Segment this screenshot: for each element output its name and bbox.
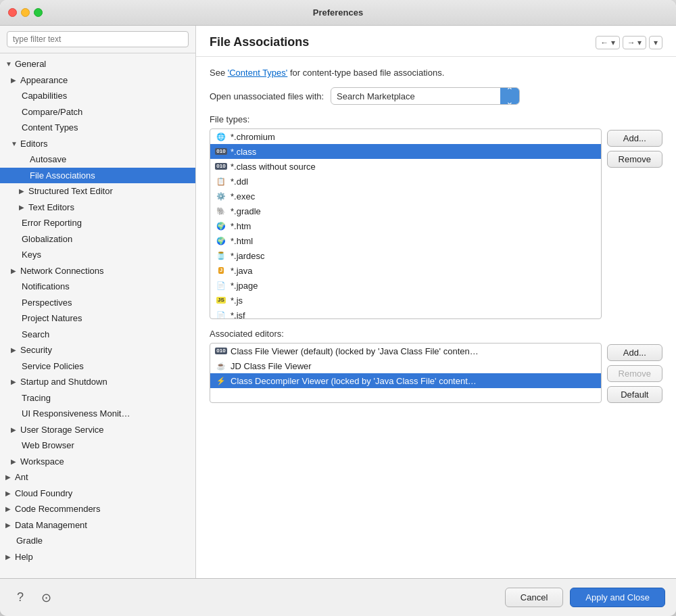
jd-icon: ☕: [216, 362, 226, 371]
add-file-type-button[interactable]: Add...: [607, 130, 662, 147]
sidebar-item-capabilities[interactable]: Capabilities: [0, 88, 195, 104]
remove-editor-button[interactable]: Remove: [607, 365, 662, 382]
default-editor-button[interactable]: Default: [607, 386, 662, 403]
add-editor-button[interactable]: Add...: [607, 344, 662, 361]
sidebar-item-workspace[interactable]: ▶Workspace: [0, 454, 195, 470]
sidebar-item-help[interactable]: ▶Help: [0, 549, 195, 565]
titlebar: Preferences: [0, 0, 676, 26]
sidebar-item-label-perspectives: Perspectives: [22, 296, 72, 310]
sidebar-item-label-capabilities: Capabilities: [22, 89, 67, 103]
file-type-row-jpage[interactable]: 📄*.jpage: [210, 278, 601, 293]
sidebar-item-general[interactable]: ▼General: [0, 56, 195, 72]
file-type-row-jsf[interactable]: 📄*.jsf: [210, 308, 601, 318]
preferences-window: Preferences ▼General▶AppearanceCapabilit…: [0, 0, 676, 616]
file-types-list-panel: 🌐*.chromium010*.class010*.class without …: [210, 128, 602, 319]
sidebar-item-text-editors[interactable]: ▶Text Editors: [0, 199, 195, 216]
sidebar-item-compare-patch[interactable]: Compare/Patch: [0, 104, 195, 120]
remove-file-type-button[interactable]: Remove: [607, 151, 662, 168]
marketplace-dropdown[interactable]: Search Marketplace ⌃⌄: [331, 87, 520, 105]
file-type-label-jsf: *.jsf: [231, 310, 245, 319]
binary-icon: 010: [215, 348, 226, 354]
js-icon: JS: [216, 297, 226, 304]
tree-arrow-code-recommenders: ▶: [5, 504, 12, 514]
editor-row-class-file-viewer[interactable]: 010Class File Viewer (default) (locked b…: [210, 343, 601, 358]
sidebar-item-security[interactable]: ▶Security: [0, 342, 195, 358]
sidebar-item-user-storage[interactable]: ▶User Storage Service: [0, 422, 195, 438]
sidebar-item-ant[interactable]: ▶Ant: [0, 469, 195, 485]
file-type-row-js[interactable]: JS*.js: [210, 293, 601, 308]
window-title: Preferences: [313, 7, 363, 18]
minimize-button[interactable]: [21, 8, 30, 17]
cancel-button[interactable]: Cancel: [505, 588, 563, 607]
sidebar-item-label-content-types: Content Types: [22, 121, 78, 135]
file-type-row-chromium[interactable]: 🌐*.chromium: [210, 129, 601, 144]
sidebar-item-label-gradle: Gradle: [16, 534, 43, 548]
file-type-row-html[interactable]: 🌍*.html: [210, 233, 601, 248]
sidebar-item-gradle[interactable]: Gradle: [0, 533, 195, 549]
desc-prefix: See: [210, 68, 228, 78]
sidebar-item-appearance[interactable]: ▶Appearance: [0, 72, 195, 89]
sidebar-item-label-structured-text-editor: Structured Text Editor: [28, 185, 113, 198]
sidebar-item-globalization[interactable]: Globalization: [0, 231, 195, 247]
sidebar-item-service-policies[interactable]: Service Policies: [0, 358, 195, 375]
file-type-row-gradle[interactable]: 🐘*.gradle: [210, 204, 601, 218]
sidebar-item-editors[interactable]: ▼Editors: [0, 136, 195, 152]
sidebar-item-data-management[interactable]: ▶Data Management: [0, 517, 195, 534]
restore-defaults-button[interactable]: ⊙: [37, 588, 55, 607]
main-content-area: ▼General▶AppearanceCapabilitiesCompare/P…: [0, 26, 676, 578]
tree-arrow-editors: ▼: [11, 139, 18, 149]
content-types-link[interactable]: 'Content Types': [228, 68, 288, 78]
sidebar-item-error-reporting[interactable]: Error Reporting: [0, 215, 195, 231]
sidebar-item-search[interactable]: Search: [0, 327, 195, 343]
sidebar-item-autosave[interactable]: Autosave: [0, 151, 195, 168]
tree-arrow-startup-shutdown: ▶: [11, 377, 18, 387]
sidebar-item-content-types[interactable]: Content Types: [0, 120, 195, 136]
file-type-label-chromium: *.chromium: [231, 132, 275, 142]
file-type-row-exec[interactable]: ⚙️*.exec: [210, 189, 601, 204]
dropdown-arrow[interactable]: ⌃⌄: [500, 88, 519, 104]
editors-list-panel: 010Class File Viewer (default) (locked b…: [210, 343, 602, 403]
editor-label-jd-class-viewer: JD Class File Viewer: [231, 361, 312, 371]
apply-close-button[interactable]: Apply and Close: [570, 588, 665, 607]
editor-row-jd-class-viewer[interactable]: ☕JD Class File Viewer: [210, 358, 601, 373]
menu-button[interactable]: ▾: [649, 36, 662, 49]
sidebar-item-label-autosave: Autosave: [30, 153, 66, 166]
sidebar-item-ui-responsiveness[interactable]: UI Responsiveness Monit…: [0, 406, 195, 422]
sidebar-item-network-connections[interactable]: ▶Network Connections: [0, 263, 195, 279]
sidebar-item-structured-text-editor[interactable]: ▶Structured Text Editor: [0, 183, 195, 199]
sidebar-item-tracing[interactable]: Tracing: [0, 390, 195, 406]
sidebar-item-project-natures[interactable]: Project Natures: [0, 310, 195, 327]
maximize-button[interactable]: [34, 8, 43, 17]
tree-arrow-user-storage: ▶: [11, 425, 18, 435]
file-type-row-java[interactable]: J*.java: [210, 263, 601, 278]
sidebar-item-label-keys: Keys: [22, 248, 41, 262]
sidebar-item-perspectives[interactable]: Perspectives: [0, 295, 195, 311]
file-type-row-class[interactable]: 010*.class: [210, 144, 601, 159]
sidebar-item-keys[interactable]: Keys: [0, 247, 195, 263]
forward-button[interactable]: → ▾: [623, 36, 646, 49]
back-button[interactable]: ← ▾: [596, 36, 619, 49]
help-button[interactable]: ?: [11, 588, 30, 607]
sidebar-item-web-browser[interactable]: Web Browser: [0, 437, 195, 454]
file-type-label-class-no-source: *.class without source: [231, 162, 316, 172]
sidebar-item-label-project-natures: Project Natures: [22, 312, 82, 325]
sidebar-item-label-notifications: Notifications: [22, 280, 70, 293]
decompiler-icon: ⚡: [216, 377, 226, 385]
file-type-label-exec: *.exec: [231, 191, 255, 202]
sidebar-item-startup-shutdown[interactable]: ▶Startup and Shutdown: [0, 374, 195, 390]
file-type-row-ddl[interactable]: 📋*.ddl: [210, 174, 601, 189]
sidebar-item-file-associations[interactable]: File Associations: [0, 168, 195, 184]
sidebar-item-notifications[interactable]: Notifications: [0, 279, 195, 295]
file-type-row-jardesc[interactable]: 🫙*.jardesc: [210, 248, 601, 263]
filter-input[interactable]: [7, 31, 189, 47]
sidebar-item-label-editors: Editors: [20, 137, 47, 151]
editor-row-class-decompiler[interactable]: ⚡Class Decompiler Viewer (locked by 'Jav…: [210, 373, 601, 388]
close-button[interactable]: [8, 8, 17, 17]
file-type-row-class-no-source[interactable]: 010*.class without source: [210, 159, 601, 174]
sidebar-item-cloud-foundry[interactable]: ▶Cloud Foundry: [0, 485, 195, 502]
sidebar-item-code-recommenders[interactable]: ▶Code Recommenders: [0, 501, 195, 517]
sidebar-item-label-search: Search: [22, 328, 49, 341]
sidebar-item-label-network-connections: Network Connections: [20, 264, 104, 278]
associated-editors-section: Associated editors: 010Class File Viewer…: [210, 329, 662, 403]
file-type-row-htm[interactable]: 🌍*.htm: [210, 218, 601, 233]
